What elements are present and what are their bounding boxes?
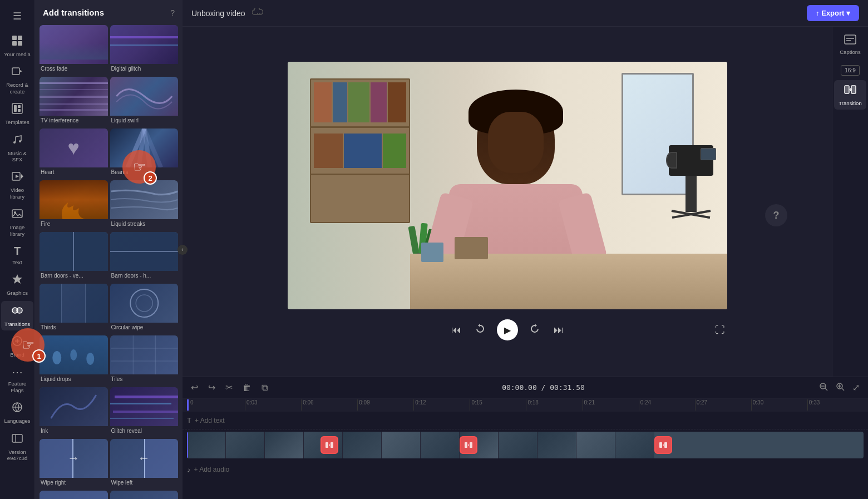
transition-thumb-liquid-swirl — [110, 77, 179, 116]
redo-button[interactable]: ↪ — [205, 381, 218, 394]
add-text-track[interactable]: T + Add text — [183, 412, 868, 429]
transition-item-ink[interactable]: Ink — [40, 387, 108, 437]
cut-button[interactable]: ✂ — [223, 381, 235, 394]
play-button[interactable]: ▶ — [497, 319, 518, 340]
transition-label-thirds: Thirds — [40, 323, 108, 333]
sidebar-item-text[interactable]: T Text — [1, 241, 33, 269]
copy-button[interactable]: ⧉ — [259, 381, 270, 394]
transition-item-beams[interactable]: Beams — [110, 129, 179, 178]
sidebar-item-image-library[interactable]: Image library — [1, 204, 33, 240]
skip-back-button[interactable]: ⏮ — [449, 322, 463, 338]
sidebar-item-your-media[interactable]: Your media — [1, 31, 33, 61]
fit-to-window-button[interactable]: ⤢ — [850, 381, 862, 395]
transition-label-barn-doors-h: Barn doors - h... — [110, 271, 179, 281]
sidebar-item-music-sfx[interactable]: Music & SFX — [1, 130, 33, 166]
hamburger-menu[interactable]: ☰ — [7, 4, 27, 28]
your-media-icon — [11, 34, 23, 50]
transition-item-heart[interactable]: ♥ Heart — [40, 129, 108, 178]
transition-label-digital-glitch: Digital glitch — [110, 64, 179, 75]
svg-rect-37 — [845, 35, 856, 44]
transition-item-wipe-down[interactable]: ↓ Wipe down — [40, 491, 108, 499]
graphics-icon — [11, 273, 23, 288]
transition-item-wipe-right[interactable]: → Wipe right — [40, 439, 108, 488]
delete-button[interactable]: 🗑 — [240, 381, 254, 394]
help-button[interactable]: ? — [765, 204, 787, 226]
add-audio-track[interactable]: ♪ + Add audio — [183, 461, 868, 478]
sidebar-item-version[interactable]: Version e947c3d — [1, 429, 33, 465]
right-panel-captions-label: Captions — [840, 49, 861, 55]
transitions-panel: Add transitions ? Cross fade Digital gl — [35, 0, 183, 499]
zoom-out-button[interactable] — [816, 381, 831, 395]
transition-item-scroll-up[interactable]: ↑ Scroll up — [110, 491, 179, 499]
languages-icon — [11, 401, 23, 416]
panel-header: Add transitions ? — [35, 0, 183, 23]
transition-label-fire: Fire — [40, 219, 108, 230]
svg-rect-41 — [851, 86, 856, 93]
sidebar-item-templates[interactable]: Templates — [1, 99, 33, 129]
transition-thumb-glitch-reveal — [110, 387, 179, 426]
svg-rect-50 — [331, 442, 333, 448]
transition-item-liquid-swirl[interactable]: Liquid swirl — [110, 77, 179, 126]
transition-marker-1[interactable] — [320, 436, 338, 454]
transition-item-thirds[interactable]: Thirds — [40, 284, 108, 333]
add-audio-label: + Add audio — [194, 466, 230, 473]
transition-item-barn-doors-h[interactable]: Barn doors - h... — [110, 232, 179, 281]
transition-item-liquid-drops[interactable]: Liquid drops — [40, 335, 108, 385]
transition-item-tiles[interactable]: Tiles — [110, 335, 179, 385]
version-icon — [11, 432, 23, 447]
rewind-5s-button[interactable] — [472, 321, 488, 339]
transition-item-liquid-streaks[interactable]: Liquid streaks — [110, 180, 179, 230]
timeline-tracks: T + Add text — [183, 412, 868, 499]
transition-thumb-liquid-drops — [40, 335, 108, 374]
forward-5s-button[interactable] — [527, 321, 542, 339]
transition-item-digital-glitch[interactable]: Digital glitch — [110, 25, 179, 75]
sidebar-item-feature-flags[interactable]: ⋯ Feature Flags — [1, 362, 33, 397]
sidebar-label-text: Text — [12, 259, 22, 265]
transition-marker-3[interactable] — [654, 436, 672, 454]
time-display: 00:00.00 / 00:31.50 — [275, 383, 812, 392]
sidebar-item-brand[interactable]: Brand — [1, 332, 33, 361]
transition-item-glitch-reveal[interactable]: Glitch reveal — [110, 387, 179, 437]
transition-thumb-heart: ♥ — [40, 129, 108, 167]
transition-thumb-tiles — [110, 335, 179, 374]
transition-marker-2[interactable] — [460, 436, 477, 454]
wipe-right-arrow-icon: → — [67, 451, 80, 466]
transition-label-wipe-left: Wipe left — [110, 478, 179, 488]
panel-title: Add transitions — [43, 8, 104, 17]
zoom-in-button[interactable] — [833, 381, 847, 395]
transition-thumb-beams — [110, 129, 179, 167]
sidebar-item-languages[interactable]: Languages — [1, 398, 33, 427]
sidebar-item-video-library[interactable]: Video library — [1, 167, 33, 203]
transition-item-tv-interference[interactable]: TV interference — [40, 77, 108, 126]
transition-item-circular-wipe[interactable]: Circular wipe — [110, 284, 179, 333]
transition-item-cross-fade[interactable]: Cross fade — [40, 25, 108, 75]
transition-item-wipe-left[interactable]: ← Wipe left — [110, 439, 179, 488]
transition-right-icon — [844, 83, 856, 98]
sidebar-item-record-create[interactable]: Record & create — [1, 62, 33, 98]
svg-rect-0 — [12, 36, 17, 40]
sidebar-item-transitions[interactable]: Transitions — [1, 301, 33, 330]
sidebar-label-record-create: Record & create — [6, 82, 28, 95]
transition-item-barn-doors-v[interactable]: Barn doors - ve... — [40, 232, 108, 281]
timeline-area: ↩ ↪ ✂ 🗑 ⧉ 00:00.00 / 00:31.50 ⤢ 0 — [183, 377, 868, 499]
panel-help-button[interactable]: ? — [170, 8, 175, 17]
aspect-ratio-badge[interactable]: 16:9 — [841, 65, 859, 76]
svg-rect-4 — [12, 68, 19, 75]
transition-label-cross-fade: Cross fade — [40, 64, 108, 75]
skip-forward-button[interactable]: ⏭ — [551, 322, 566, 338]
svg-point-11 — [19, 140, 21, 142]
add-text-label: + Add text — [195, 417, 225, 424]
svg-rect-2 — [12, 41, 17, 46]
undo-button[interactable]: ↩ — [188, 381, 201, 394]
right-panel-transition[interactable]: Transition — [834, 80, 866, 110]
transition-item-fire[interactable]: Fire — [40, 180, 108, 230]
sidebar-item-graphics[interactable]: Graphics — [1, 270, 33, 299]
fullscreen-button[interactable]: ⛶ — [713, 322, 727, 338]
panel-collapse-button[interactable]: ‹ — [177, 245, 188, 255]
right-panel-captions[interactable]: Captions — [834, 31, 866, 58]
svg-rect-52 — [470, 442, 472, 448]
sidebar-label-image-library: Image library — [3, 224, 31, 237]
svg-rect-40 — [845, 86, 849, 93]
left-navigation: ☰ Your media Record & create — [0, 0, 35, 499]
export-button[interactable]: ↑ Export ▾ — [807, 5, 859, 21]
